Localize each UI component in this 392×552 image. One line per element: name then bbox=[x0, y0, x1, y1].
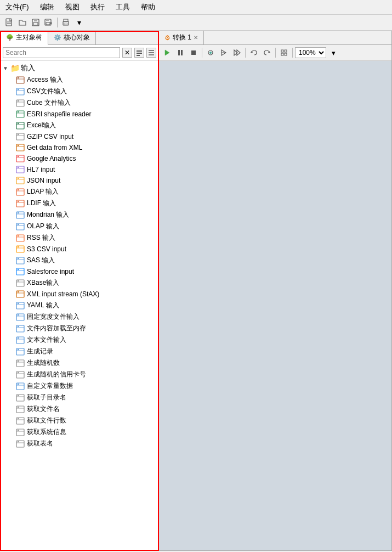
tab-core-objects[interactable]: ⚙️ 核心对象 bbox=[48, 31, 96, 44]
svg-rect-121 bbox=[181, 50, 183, 55]
tree-item[interactable]: 生成随机的信用卡号 bbox=[1, 369, 158, 380]
menu-view[interactable]: 视图 bbox=[63, 2, 82, 13]
tree-item[interactable]: Cube 文件输入 bbox=[1, 97, 158, 109]
debug-run-button[interactable] bbox=[218, 47, 230, 59]
svg-point-70 bbox=[18, 257, 19, 258]
search-collapse-button[interactable] bbox=[134, 48, 144, 58]
main-toolbar: ▾ bbox=[0, 15, 392, 31]
tree-item-label: SAS 输入 bbox=[27, 256, 55, 265]
tree-item[interactable]: CSV文件输入 bbox=[1, 86, 158, 97]
search-expand-button[interactable] bbox=[146, 48, 156, 58]
svg-point-43 bbox=[18, 156, 19, 157]
toolbar-separator-1 bbox=[57, 18, 58, 27]
tab-close-button[interactable]: ✕ bbox=[194, 35, 198, 41]
saveas-button[interactable] bbox=[43, 16, 55, 29]
tree-item[interactable]: 固定宽度文件输入 bbox=[1, 311, 158, 323]
right-tab-transform1[interactable]: ⚙ 转换 1 ✕ bbox=[159, 31, 204, 44]
stop-button[interactable] bbox=[188, 47, 200, 59]
tree-item-label: LDIF 输入 bbox=[27, 199, 56, 208]
menu-help[interactable]: 帮助 bbox=[139, 2, 157, 13]
item-icon bbox=[16, 154, 25, 163]
svg-rect-14 bbox=[137, 50, 142, 52]
run-button[interactable] bbox=[161, 47, 173, 59]
tree-item[interactable]: XBase输入 bbox=[1, 277, 158, 289]
redo-button[interactable] bbox=[261, 47, 273, 59]
canvas-area[interactable] bbox=[159, 61, 391, 550]
tree-item[interactable]: LDIF 输入 bbox=[1, 198, 158, 209]
tree-item-label: LDAP 输入 bbox=[27, 187, 59, 196]
tab-main-tree[interactable]: 🌳 主对象树 bbox=[1, 31, 48, 45]
menu-execute[interactable]: 执行 bbox=[88, 2, 107, 13]
tree-item[interactable]: 获取子目录名 bbox=[1, 392, 158, 403]
tree-item[interactable]: ESRI shapefile reader bbox=[1, 109, 158, 120]
preview-button[interactable] bbox=[204, 47, 217, 59]
item-icon bbox=[16, 313, 25, 322]
tree-item[interactable]: 获取表名 bbox=[1, 438, 158, 449]
search-clear-button[interactable]: ✕ bbox=[122, 48, 132, 58]
align-button[interactable] bbox=[278, 47, 290, 59]
folder-icon: 📁 bbox=[10, 64, 20, 72]
search-input[interactable] bbox=[3, 47, 120, 58]
tree-item[interactable]: 文件内容加载至内存 bbox=[1, 323, 158, 334]
tree-item[interactable]: 文本文件输入 bbox=[1, 334, 158, 346]
tree-item[interactable]: 生成记录 bbox=[1, 346, 158, 357]
tree-item-label: 自定义常量数据 bbox=[27, 381, 73, 391]
tree-item[interactable]: 获取系统信息 bbox=[1, 426, 158, 438]
tree-item[interactable]: 生成随机数 bbox=[1, 357, 158, 369]
svg-rect-15 bbox=[137, 53, 142, 54]
tree-item[interactable]: S3 CSV input bbox=[1, 244, 158, 255]
tree-item[interactable]: YAML 输入 bbox=[1, 300, 158, 311]
menu-file[interactable]: 文件(F) bbox=[3, 2, 31, 13]
zoom-dropdown-button[interactable]: ▾ bbox=[327, 47, 339, 59]
right-tabs: ⚙ 转换 1 ✕ bbox=[159, 31, 391, 45]
item-icon bbox=[16, 256, 25, 265]
tree-item[interactable]: XML input stream (StAX) bbox=[1, 289, 158, 300]
tree-item[interactable]: Access 输入 bbox=[1, 74, 158, 86]
pause-button[interactable] bbox=[174, 47, 186, 59]
svg-point-25 bbox=[18, 88, 19, 89]
svg-rect-5 bbox=[33, 22, 38, 25]
svg-rect-132 bbox=[285, 50, 287, 52]
open-button[interactable] bbox=[16, 16, 29, 29]
tree-item[interactable]: Salesforce input bbox=[1, 266, 158, 277]
print-button[interactable] bbox=[60, 16, 72, 29]
item-icon bbox=[16, 382, 25, 391]
zoom-select[interactable]: 100% 50% 75% 125% 150% 200% bbox=[295, 47, 326, 58]
svg-point-76 bbox=[18, 280, 19, 281]
undo-button[interactable] bbox=[248, 47, 260, 59]
tree-item[interactable]: 获取文件行数 bbox=[1, 415, 158, 426]
right-toolbar-sep4 bbox=[292, 48, 293, 58]
tree-item[interactable]: JSON input bbox=[1, 175, 158, 186]
tree-items-list: Access 输入 CSV文件输入 Cube 文件输入 ESRI shapefi… bbox=[1, 74, 158, 449]
tree-item[interactable]: Mondrian 输入 bbox=[1, 209, 158, 221]
menu-edit[interactable]: 编辑 bbox=[38, 2, 56, 13]
tree-item-label: HL7 input bbox=[27, 166, 55, 173]
item-icon bbox=[16, 143, 25, 152]
svg-rect-120 bbox=[178, 50, 180, 55]
item-icon bbox=[16, 267, 25, 276]
tree-item[interactable]: SAS 输入 bbox=[1, 255, 158, 266]
save-button[interactable] bbox=[30, 16, 42, 29]
tree-item[interactable]: Google Analytics bbox=[1, 153, 158, 164]
new-button[interactable] bbox=[3, 16, 15, 29]
debug-step-button[interactable] bbox=[231, 47, 243, 59]
tree-item[interactable]: HL7 input bbox=[1, 164, 158, 175]
tree-item[interactable]: Excel输入 bbox=[1, 120, 158, 131]
input-group-header[interactable]: ▼ 📁 输入 bbox=[1, 62, 158, 74]
tree-item[interactable]: GZIP CSV input bbox=[1, 131, 158, 142]
tree-item[interactable]: 获取文件名 bbox=[1, 403, 158, 415]
dropdown-button[interactable]: ▾ bbox=[73, 16, 85, 29]
tree-item[interactable]: RSS 输入 bbox=[1, 232, 158, 244]
svg-point-46 bbox=[18, 167, 19, 168]
item-icon bbox=[16, 393, 25, 402]
svg-point-34 bbox=[18, 122, 19, 123]
item-icon bbox=[16, 222, 25, 231]
tree-item[interactable]: LDAP 输入 bbox=[1, 186, 158, 198]
item-icon bbox=[16, 165, 25, 174]
menu-tools[interactable]: 工具 bbox=[113, 2, 132, 13]
tree-item[interactable]: 自定义常量数据 bbox=[1, 380, 158, 392]
tree-item[interactable]: OLAP 输入 bbox=[1, 221, 158, 232]
tree-item[interactable]: Get data from XML bbox=[1, 142, 158, 153]
svg-point-82 bbox=[18, 302, 19, 303]
item-icon bbox=[16, 336, 25, 345]
